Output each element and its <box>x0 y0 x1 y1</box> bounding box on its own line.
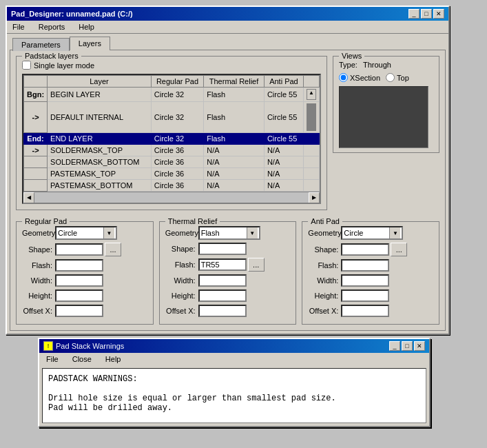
row-antipad-1: Circle 55 <box>264 102 303 133</box>
warning-menu-close[interactable]: Close <box>70 354 94 364</box>
xsection-radio[interactable] <box>339 73 348 82</box>
row-scroll-4 <box>304 156 320 168</box>
xsection-radio-opt[interactable]: XSection <box>339 73 380 82</box>
minimize-button[interactable]: _ <box>408 9 419 19</box>
tr-geometry-dropdown[interactable]: Flash ▼ <box>198 226 260 240</box>
ap-shape-browse[interactable]: ... <box>391 243 407 256</box>
rp-width-input[interactable]: 32 <box>55 274 103 287</box>
tr-width-row: Width: 55 <box>165 274 291 287</box>
menu-file[interactable]: File <box>10 22 28 32</box>
ap-geometry-dropdown[interactable]: Circle ▼ <box>341 226 403 240</box>
right-panel: Views Type: Through XSection Top <box>333 56 439 216</box>
row-antipad-3: N/A <box>264 145 303 156</box>
row-name-1[interactable]: DEFAULT INTERNAL <box>48 102 152 133</box>
tr-flash-input[interactable] <box>198 258 247 271</box>
warning-minimize-button[interactable]: _ <box>389 341 400 351</box>
ap-geometry-arrow[interactable]: ▼ <box>389 227 400 238</box>
warning-maximize-button[interactable]: □ <box>402 341 413 351</box>
scroll-thumb[interactable] <box>307 103 316 131</box>
row-regular-5: Circle 36 <box>151 168 203 180</box>
layers-tab-content: Padstack layers Single layer mode Layer <box>10 50 446 331</box>
ap-offsetx-label: Offset X: <box>308 307 341 315</box>
tr-shape-input[interactable] <box>198 243 247 255</box>
ap-shape-input[interactable] <box>341 243 389 256</box>
scroll-up-arrow[interactable]: ▲ <box>307 89 316 100</box>
view-preview <box>339 86 428 148</box>
rp-shape-input[interactable] <box>55 243 103 256</box>
ap-width-input[interactable]: 55 <box>341 274 389 287</box>
left-panel: Padstack layers Single layer mode Layer <box>16 56 327 216</box>
rp-flash-input[interactable] <box>55 259 103 272</box>
maximize-button[interactable]: □ <box>421 9 432 19</box>
row-tag-6 <box>24 180 48 192</box>
regular-pad-panel: Regular Pad Geometry: Circle ▼ Shape: ..… <box>16 221 154 325</box>
row-regular-4: Circle 36 <box>151 156 203 168</box>
row-name-3[interactable]: SOLDERMASK_TOP <box>48 145 152 156</box>
top-radio-opt[interactable]: Top <box>386 73 409 82</box>
rp-flash-label: Flash: <box>22 261 55 269</box>
col-layer: Layer <box>48 76 152 88</box>
rp-width-row: Width: 32 <box>22 274 147 287</box>
close-button[interactable]: ✕ <box>433 9 444 19</box>
row-name-5[interactable]: PASTEMASK_TOP <box>48 168 152 180</box>
row-antipad-4: N/A <box>264 156 303 168</box>
tr-geometry-arrow[interactable]: ▼ <box>247 227 258 238</box>
single-layer-row: Single layer mode <box>22 61 321 70</box>
rp-geometry-row: Geometry: Circle ▼ <box>22 226 147 240</box>
ap-offsetx-input[interactable] <box>341 305 389 317</box>
rp-shape-label: Shape: <box>22 245 55 254</box>
warning-text: PADSTACK WARNINGS: Drill hole size is eq… <box>48 374 420 413</box>
single-layer-label: Single layer mode <box>34 61 94 70</box>
row-thermal-5: N/A <box>204 168 265 180</box>
rp-height-row: Height: 32 <box>22 289 147 302</box>
rp-offsetx-input[interactable] <box>55 305 103 317</box>
ap-height-label: Height: <box>308 292 341 300</box>
scroll-left-button[interactable]: ◀ <box>23 192 34 203</box>
rp-geometry-dropdown[interactable]: Circle ▼ <box>55 226 117 240</box>
top-radio[interactable] <box>386 73 395 82</box>
row-scroll-5 <box>304 168 320 180</box>
tab-parameters[interactable]: Parameters <box>12 38 70 51</box>
layer-table-container: Layer Regular Pad Thermal Relief Anti Pa… <box>22 74 321 204</box>
row-regular-1: Circle 32 <box>151 102 203 133</box>
row-thermal-1: Flash <box>204 102 265 133</box>
row-name-2[interactable]: END LAYER <box>48 133 152 145</box>
tr-flash-browse[interactable]: ... <box>248 258 265 272</box>
menu-reports[interactable]: Reports <box>36 22 68 32</box>
anti-pad-panel: Anti Pad Geometry: Circle ▼ Shape: ... F… <box>302 221 439 325</box>
tr-height-input[interactable]: 55 <box>198 289 247 302</box>
tr-offsetx-input[interactable] <box>198 305 247 317</box>
row-name-4[interactable]: SOLDERMASK_BOTTOM <box>48 156 152 168</box>
rp-geometry-arrow[interactable]: ▼ <box>103 227 114 238</box>
layer-table: Layer Regular Pad Thermal Relief Anti Pa… <box>23 75 320 192</box>
rp-height-input[interactable]: 32 <box>55 289 103 302</box>
tr-height-label: Height: <box>165 292 198 300</box>
ap-shape-label: Shape: <box>308 245 341 254</box>
horizontal-scrollbar[interactable]: ◀ ▶ <box>23 192 320 203</box>
row-name-6[interactable]: PASTEMASK_BOTTOM <box>48 180 152 192</box>
ap-flash-input[interactable] <box>341 259 389 272</box>
type-label: Type: <box>339 61 358 69</box>
tr-geometry-value: Flash <box>201 229 220 237</box>
tab-layers[interactable]: Layers <box>70 37 110 50</box>
rp-shape-browse[interactable]: ... <box>105 243 121 256</box>
warning-menu-help[interactable]: Help <box>103 354 124 364</box>
bottom-panels: Regular Pad Geometry: Circle ▼ Shape: ..… <box>16 221 439 325</box>
top-label: Top <box>397 74 409 82</box>
scroll-right-button[interactable]: ▶ <box>309 192 320 203</box>
warning-menu-file[interactable]: File <box>43 354 61 364</box>
ap-height-input[interactable]: 55 <box>341 289 389 302</box>
warning-title-text: Pad Stack Warnings <box>56 342 124 350</box>
warning-dialog: ! Pad Stack Warnings _ □ ✕ File Close He… <box>38 338 431 427</box>
scroll-track-h[interactable] <box>34 192 309 203</box>
single-layer-checkbox[interactable] <box>22 61 31 70</box>
row-name-0[interactable]: BEGIN LAYER <box>48 88 152 102</box>
warning-close-button[interactable]: ✕ <box>414 341 425 351</box>
tr-width-input[interactable]: 55 <box>198 274 247 287</box>
tr-offsetx-row: Offset X: <box>165 305 291 317</box>
main-layout: Padstack layers Single layer mode Layer <box>16 56 439 216</box>
menu-help[interactable]: Help <box>76 22 97 32</box>
row-regular-6: Circle 36 <box>151 180 203 192</box>
padstack-layers-label: Padstack layers <box>22 52 81 60</box>
tr-shape-label: Shape: <box>165 245 198 253</box>
